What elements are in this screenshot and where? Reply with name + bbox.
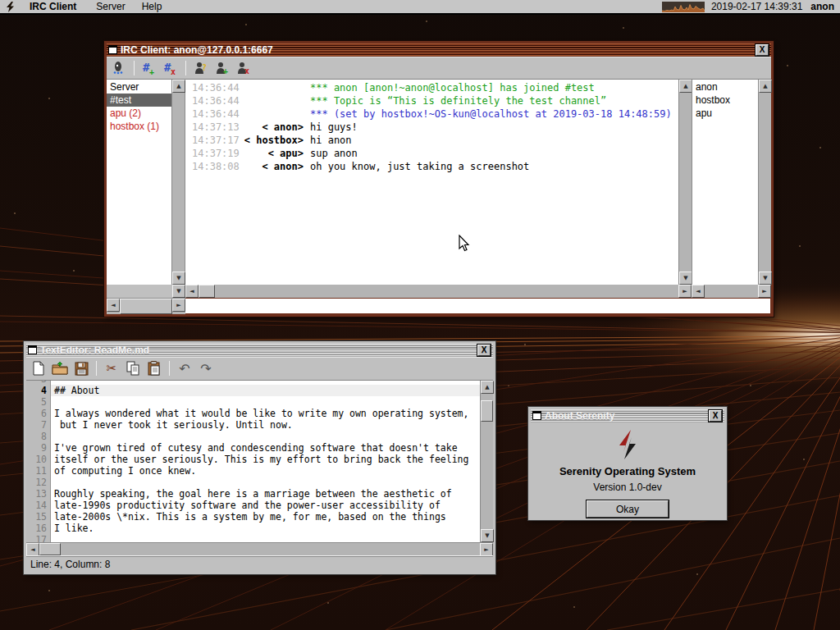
user-list-item[interactable]: apu	[692, 107, 758, 120]
channel-list-item[interactable]: apu (2)	[107, 107, 171, 120]
about-titlebar[interactable]: About Serenity X	[531, 409, 724, 422]
copy-icon[interactable]	[124, 359, 142, 377]
chat-timestamp: 14:37:19	[185, 147, 235, 160]
scroll-up-icon[interactable]: ▲	[759, 80, 772, 93]
part-channel-icon[interactable]: #x	[162, 59, 180, 77]
about-window-title: About Serenity	[545, 410, 705, 422]
irc-titlebar[interactable]: IRC Client: anon@127.0.0.1:6667 X	[107, 43, 771, 57]
line-number: 13	[26, 488, 51, 500]
about-content: Serenity Operating System Version 1.0-de…	[531, 422, 724, 518]
channel-list-item[interactable]: hostbox (1)	[107, 120, 171, 133]
redo-icon[interactable]: ↷	[197, 359, 215, 377]
scroll-down-icon[interactable]: ▼	[481, 529, 494, 542]
menu-server[interactable]: Server	[88, 0, 133, 13]
line-number: 12	[26, 477, 51, 488]
line-number: 9	[26, 442, 51, 454]
scroll-down-icon[interactable]: ▼	[172, 285, 185, 298]
scroll-right-icon[interactable]: ►	[480, 543, 493, 556]
channel-list-item[interactable]: Server	[107, 80, 171, 94]
editor-lines: 3 4 ## About 5 6 I always wondered what …	[26, 381, 480, 542]
svg-text:x: x	[171, 67, 176, 75]
scroll-down-icon[interactable]: ▼	[679, 272, 692, 285]
chat-nick: < hostbox>	[235, 134, 304, 147]
channel-list-item[interactable]: #test	[107, 94, 171, 107]
message-vscrollbar[interactable]: ▲ ▼	[678, 80, 692, 285]
close-icon[interactable]: X	[756, 44, 769, 56]
okay-button-label: Okay	[616, 504, 639, 515]
svg-text:+: +	[223, 66, 228, 75]
chat-text: *** Topic is “This is definitely the tes…	[304, 94, 606, 107]
cpu-graph	[662, 2, 705, 12]
line-text: I always wondered what it would be like …	[51, 408, 480, 419]
scroll-left-icon[interactable]: ◄	[107, 299, 120, 312]
window-icon	[532, 411, 541, 420]
kick-user-icon[interactable]: x	[235, 59, 253, 77]
line-number: 4	[26, 385, 51, 396]
user-list-vscrollbar[interactable]: ▲ ▼	[758, 80, 771, 285]
editor-content[interactable]: 3 4 ## About 5 6 I always wondered what …	[26, 381, 493, 542]
scroll-right-icon[interactable]: ►	[172, 299, 185, 312]
message-hscrollbar[interactable]: ◄ ►	[185, 285, 692, 298]
chat-text: hi anon	[304, 134, 352, 147]
scroll-left-icon[interactable]: ◄	[26, 543, 39, 556]
menu-app-name[interactable]: IRC Client	[21, 0, 88, 13]
user-list-hscrollbar[interactable]: ◄ ►	[692, 285, 771, 298]
scroll-up-icon[interactable]: ▲	[679, 80, 692, 93]
scroll-left-icon[interactable]: ◄	[185, 285, 199, 298]
scrollbar-thumb[interactable]	[120, 299, 172, 314]
scrollbar-thumb[interactable]	[39, 543, 61, 555]
paste-icon[interactable]	[145, 359, 163, 377]
cut-icon[interactable]: ✂	[103, 359, 121, 377]
scroll-up-icon[interactable]: ▲	[172, 80, 185, 93]
toolbar-separator	[185, 61, 186, 75]
operator-icon[interactable]	[110, 59, 128, 77]
scroll-right-icon[interactable]: ►	[758, 285, 771, 298]
chat-timestamp: 14:37:13	[185, 121, 235, 134]
channel-list-hscrollbar[interactable]: ◄ ►	[107, 298, 185, 314]
editor-vscrollbar[interactable]: ▲ ▼	[480, 381, 493, 542]
whois-user-icon[interactable]: ?	[192, 59, 210, 77]
chat-message-row: 14:36:44 *** anon [anon!~anon@localhost]…	[185, 81, 678, 94]
user-list: anonhostboxapu	[692, 80, 758, 285]
chat-timestamp: 14:36:44	[185, 81, 235, 94]
editor-titlebar[interactable]: TextEditor: ReadMe.md X	[26, 344, 493, 357]
scroll-down-icon[interactable]: ▼	[172, 272, 185, 285]
scroll-left-icon[interactable]: ◄	[692, 285, 705, 298]
editor-hscrollbar[interactable]: ◄ ►	[26, 542, 493, 555]
scrollbar-track	[705, 285, 758, 298]
chat-message-row: 14:36:44 *** Topic is “This is definitel…	[185, 94, 678, 107]
line-number: 7	[26, 419, 51, 431]
join-channel-icon[interactable]: #+	[140, 59, 158, 77]
scrollbar-thumb[interactable]	[199, 285, 215, 298]
texteditor-window: TextEditor: ReadMe.md X ✂ ↶ ↷ 3	[24, 341, 495, 574]
scroll-right-icon[interactable]: ►	[678, 285, 692, 298]
editor-line: 16 I like.	[26, 523, 480, 534]
chat-nick	[235, 81, 304, 94]
chat-text: sup anon	[304, 147, 358, 160]
serenity-bolt-icon[interactable]	[0, 2, 21, 12]
chat-message-row: 14:37:19 < apu> sup anon	[185, 147, 678, 160]
chat-log: 14:36:44 *** anon [anon!~anon@localhost]…	[185, 80, 678, 285]
new-file-icon[interactable]	[30, 359, 48, 377]
menu-help[interactable]: Help	[134, 0, 171, 13]
scroll-up-icon[interactable]: ▲	[481, 381, 494, 394]
user-list-item[interactable]: anon	[692, 80, 758, 94]
scroll-down-icon[interactable]: ▼	[759, 272, 772, 285]
svg-text:?: ?	[202, 63, 207, 72]
chat-input[interactable]	[185, 298, 771, 314]
line-text: but I never took it seriously. Until now…	[51, 419, 480, 431]
close-icon[interactable]: X	[477, 345, 491, 356]
open-file-icon[interactable]	[51, 359, 69, 377]
save-file-icon[interactable]	[72, 359, 90, 377]
user-list-item[interactable]: hostbox	[692, 94, 758, 107]
close-icon[interactable]: X	[709, 410, 722, 422]
chat-nick	[235, 94, 304, 107]
chat-text: *** (set by hostbox!~OS-kun@localhost at…	[304, 107, 672, 121]
op-user-icon[interactable]: +	[213, 59, 231, 77]
channel-list-vscrollbar[interactable]: ▲ ▼	[171, 80, 185, 285]
window-icon	[28, 345, 37, 354]
undo-icon[interactable]: ↶	[176, 359, 194, 377]
okay-button[interactable]: Okay	[587, 500, 669, 518]
scrollbar-thumb[interactable]	[481, 400, 493, 422]
line-text: late-1990s productivity software and the…	[51, 500, 480, 511]
